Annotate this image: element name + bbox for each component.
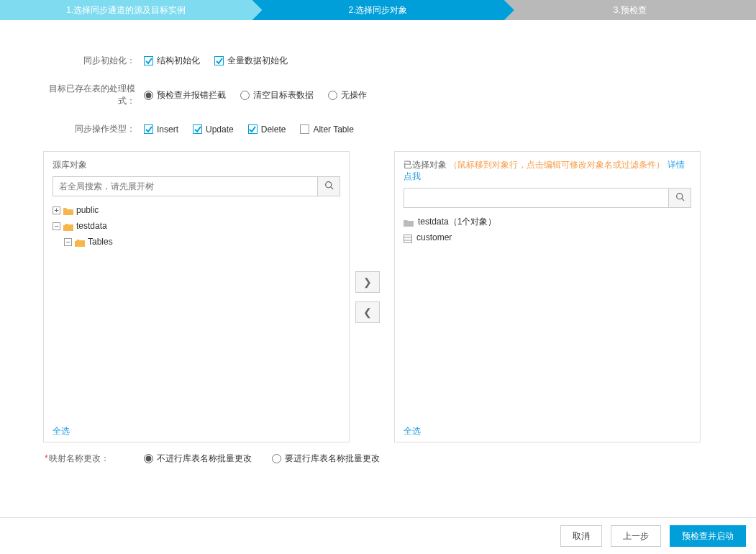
prev-button[interactable]: 上一步	[611, 525, 661, 547]
target-node-customer[interactable]: customer	[404, 230, 691, 245]
table-icon	[404, 233, 412, 242]
radio-mapping-yes-label: 要进行库表名称批量更改	[285, 453, 380, 465]
mode-label: 目标已存在表的处理模式：	[43, 83, 144, 107]
target-title-strong: 已选择对象	[404, 160, 447, 170]
folder-open-icon	[63, 222, 73, 230]
target-tree: testdata（1个对象） customer	[404, 214, 691, 422]
search-icon	[324, 181, 334, 192]
source-search-button[interactable]	[317, 176, 340, 196]
checkbox-insert[interactable]: Insert	[144, 124, 178, 135]
step-1-label: 1.选择同步通道的源及目标实例	[66, 5, 186, 15]
checkbox-struct-init[interactable]: 结构初始化	[144, 55, 200, 67]
checkbox-insert-label: Insert	[157, 124, 178, 135]
checkbox-update-label: Update	[206, 124, 234, 135]
tree-node-testdata[interactable]: − testdata	[53, 218, 340, 234]
source-search-input[interactable]	[53, 176, 317, 196]
svg-line-7	[681, 199, 683, 201]
move-right-button[interactable]: ❯	[355, 271, 380, 293]
precheck-start-button[interactable]: 预检查并启动	[670, 525, 746, 547]
collapse-icon[interactable]: −	[53, 222, 60, 230]
target-panel: 已选择对象 （鼠标移到对象行，点击编辑可修改对象名或过滤条件） 详情点我 tes	[394, 151, 701, 442]
tree-node-public[interactable]: + public	[53, 202, 340, 218]
radio-mode-precheck-label: 预检查并报错拦截	[157, 89, 226, 101]
step-3: 3.预检查	[504, 0, 756, 20]
checkbox-alter-table-label: Alter Table	[313, 124, 353, 135]
target-select-all-link[interactable]: 全选	[404, 426, 421, 436]
collapse-icon[interactable]: −	[64, 238, 72, 246]
target-node-testdata[interactable]: testdata（1个对象）	[404, 214, 691, 230]
footer-bar: 取消 上一步 预检查并启动	[0, 517, 756, 554]
tree-node-tables[interactable]: − Tables	[53, 234, 340, 250]
radio-mode-clear-label: 清空目标表数据	[253, 89, 314, 101]
radio-mapping-no-label: 不进行库表名称批量更改	[157, 453, 252, 465]
checkbox-update[interactable]: Update	[193, 124, 234, 135]
folder-icon	[63, 206, 73, 214]
checkbox-struct-init-label: 结构初始化	[157, 55, 200, 67]
required-asterisk: *	[45, 453, 48, 463]
svg-marker-0	[252, 0, 262, 20]
checkbox-full-data-init-label: 全量数据初始化	[227, 55, 288, 67]
cancel-button[interactable]: 取消	[560, 525, 602, 547]
target-node-label: testdata（1个对象）	[418, 214, 496, 229]
source-panel-title: 源库对象	[53, 159, 340, 171]
svg-marker-2	[504, 0, 514, 20]
target-panel-title: 已选择对象 （鼠标移到对象行，点击编辑可修改对象名或过滤条件） 详情点我	[404, 159, 691, 182]
init-label: 同步初始化：	[43, 55, 144, 67]
tree-node-label: Tables	[88, 235, 113, 249]
radio-mode-precheck[interactable]: 预检查并报错拦截	[144, 89, 226, 101]
chevron-left-icon: ❮	[363, 306, 372, 318]
source-tree: + public − testdata −	[53, 202, 340, 422]
svg-point-6	[676, 194, 682, 199]
transfer-buttons: ❯ ❮	[355, 151, 388, 442]
step-3-label: 3.预检查	[614, 5, 647, 15]
target-search-button[interactable]	[668, 188, 691, 208]
mapping-label: *映射名称更改：	[43, 453, 144, 465]
checkbox-full-data-init[interactable]: 全量数据初始化	[214, 55, 288, 67]
expand-icon[interactable]: +	[53, 206, 60, 214]
step-2: 2.选择同步对象	[252, 0, 504, 20]
folder-open-icon	[75, 237, 85, 246]
tree-node-label: testdata	[76, 219, 107, 233]
wizard-steps: 1.选择同步通道的源及目标实例 2.选择同步对象 3.预检查	[0, 0, 756, 20]
step-1: 1.选择同步通道的源及目标实例	[0, 0, 252, 20]
search-icon	[675, 192, 685, 204]
checkbox-alter-table[interactable]: Alter Table	[300, 124, 353, 135]
folder-grey-icon	[404, 217, 414, 226]
source-panel: 源库对象 + public −	[43, 151, 350, 442]
target-node-label: customer	[416, 230, 452, 245]
radio-mapping-yes[interactable]: 要进行库表名称批量更改	[272, 453, 380, 465]
radio-mode-noop-label: 无操作	[341, 89, 367, 101]
tree-node-label: public	[76, 203, 99, 217]
move-left-button[interactable]: ❮	[355, 301, 380, 323]
ops-label: 同步操作类型：	[43, 123, 144, 135]
checkbox-delete-label: Delete	[261, 124, 286, 135]
mapping-label-text: 映射名称更改：	[49, 453, 109, 463]
svg-point-4	[325, 182, 331, 188]
chevron-right-icon: ❯	[363, 276, 372, 288]
target-title-hint: （鼠标移到对象行，点击编辑可修改对象名或过滤条件）	[449, 160, 665, 170]
checkbox-delete[interactable]: Delete	[248, 124, 286, 135]
radio-mode-noop[interactable]: 无操作	[328, 89, 367, 101]
step-2-label: 2.选择同步对象	[348, 5, 407, 15]
source-select-all-link[interactable]: 全选	[53, 426, 70, 436]
svg-rect-8	[404, 235, 412, 243]
radio-mode-clear[interactable]: 清空目标表数据	[240, 89, 314, 101]
target-search-input[interactable]	[404, 188, 668, 208]
svg-line-5	[330, 187, 332, 189]
radio-mapping-no[interactable]: 不进行库表名称批量更改	[144, 453, 252, 465]
